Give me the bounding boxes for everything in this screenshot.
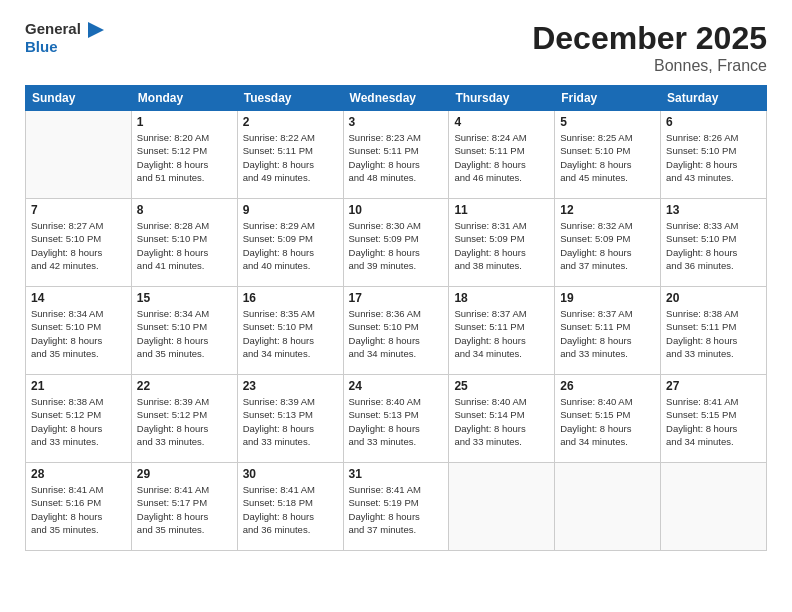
calendar-week-row: 14Sunrise: 8:34 AM Sunset: 5:10 PM Dayli… [26, 287, 767, 375]
day-info: Sunrise: 8:34 AM Sunset: 5:10 PM Dayligh… [137, 307, 232, 360]
calendar-cell: 17Sunrise: 8:36 AM Sunset: 5:10 PM Dayli… [343, 287, 449, 375]
calendar-week-row: 7Sunrise: 8:27 AM Sunset: 5:10 PM Daylig… [26, 199, 767, 287]
day-of-week-header: Friday [555, 86, 661, 111]
calendar-cell: 19Sunrise: 8:37 AM Sunset: 5:11 PM Dayli… [555, 287, 661, 375]
calendar-cell: 5Sunrise: 8:25 AM Sunset: 5:10 PM Daylig… [555, 111, 661, 199]
day-number: 20 [666, 291, 761, 305]
day-number: 23 [243, 379, 338, 393]
calendar-cell [555, 463, 661, 551]
day-info: Sunrise: 8:23 AM Sunset: 5:11 PM Dayligh… [349, 131, 444, 184]
calendar-cell: 28Sunrise: 8:41 AM Sunset: 5:16 PM Dayli… [26, 463, 132, 551]
day-number: 15 [137, 291, 232, 305]
day-number: 26 [560, 379, 655, 393]
calendar-cell: 13Sunrise: 8:33 AM Sunset: 5:10 PM Dayli… [661, 199, 767, 287]
day-info: Sunrise: 8:41 AM Sunset: 5:16 PM Dayligh… [31, 483, 126, 536]
day-of-week-header: Tuesday [237, 86, 343, 111]
day-info: Sunrise: 8:41 AM Sunset: 5:17 PM Dayligh… [137, 483, 232, 536]
calendar-week-row: 28Sunrise: 8:41 AM Sunset: 5:16 PM Dayli… [26, 463, 767, 551]
day-info: Sunrise: 8:20 AM Sunset: 5:12 PM Dayligh… [137, 131, 232, 184]
day-of-week-header: Thursday [449, 86, 555, 111]
calendar-cell: 12Sunrise: 8:32 AM Sunset: 5:09 PM Dayli… [555, 199, 661, 287]
page-title: December 2025 [532, 20, 767, 57]
day-number: 18 [454, 291, 549, 305]
day-info: Sunrise: 8:30 AM Sunset: 5:09 PM Dayligh… [349, 219, 444, 272]
day-number: 5 [560, 115, 655, 129]
day-info: Sunrise: 8:37 AM Sunset: 5:11 PM Dayligh… [454, 307, 549, 360]
day-number: 30 [243, 467, 338, 481]
day-number: 12 [560, 203, 655, 217]
calendar-week-row: 1Sunrise: 8:20 AM Sunset: 5:12 PM Daylig… [26, 111, 767, 199]
calendar-cell: 21Sunrise: 8:38 AM Sunset: 5:12 PM Dayli… [26, 375, 132, 463]
calendar-cell: 8Sunrise: 8:28 AM Sunset: 5:10 PM Daylig… [131, 199, 237, 287]
calendar-cell: 27Sunrise: 8:41 AM Sunset: 5:15 PM Dayli… [661, 375, 767, 463]
title-block: December 2025 Bonnes, France [532, 20, 767, 75]
calendar-cell: 9Sunrise: 8:29 AM Sunset: 5:09 PM Daylig… [237, 199, 343, 287]
day-info: Sunrise: 8:28 AM Sunset: 5:10 PM Dayligh… [137, 219, 232, 272]
day-info: Sunrise: 8:41 AM Sunset: 5:15 PM Dayligh… [666, 395, 761, 448]
day-info: Sunrise: 8:29 AM Sunset: 5:09 PM Dayligh… [243, 219, 338, 272]
page-subtitle: Bonnes, France [532, 57, 767, 75]
day-info: Sunrise: 8:22 AM Sunset: 5:11 PM Dayligh… [243, 131, 338, 184]
day-info: Sunrise: 8:25 AM Sunset: 5:10 PM Dayligh… [560, 131, 655, 184]
day-number: 1 [137, 115, 232, 129]
day-number: 24 [349, 379, 444, 393]
day-of-week-header: Wednesday [343, 86, 449, 111]
day-number: 9 [243, 203, 338, 217]
calendar-cell: 2Sunrise: 8:22 AM Sunset: 5:11 PM Daylig… [237, 111, 343, 199]
day-number: 29 [137, 467, 232, 481]
calendar-week-row: 21Sunrise: 8:38 AM Sunset: 5:12 PM Dayli… [26, 375, 767, 463]
calendar-cell: 11Sunrise: 8:31 AM Sunset: 5:09 PM Dayli… [449, 199, 555, 287]
logo-general: General [25, 20, 81, 38]
calendar-cell: 20Sunrise: 8:38 AM Sunset: 5:11 PM Dayli… [661, 287, 767, 375]
day-number: 2 [243, 115, 338, 129]
day-number: 22 [137, 379, 232, 393]
day-info: Sunrise: 8:32 AM Sunset: 5:09 PM Dayligh… [560, 219, 655, 272]
day-number: 7 [31, 203, 126, 217]
day-info: Sunrise: 8:24 AM Sunset: 5:11 PM Dayligh… [454, 131, 549, 184]
calendar-cell: 30Sunrise: 8:41 AM Sunset: 5:18 PM Dayli… [237, 463, 343, 551]
header-row: SundayMondayTuesdayWednesdayThursdayFrid… [26, 86, 767, 111]
calendar-cell: 15Sunrise: 8:34 AM Sunset: 5:10 PM Dayli… [131, 287, 237, 375]
calendar-cell: 25Sunrise: 8:40 AM Sunset: 5:14 PM Dayli… [449, 375, 555, 463]
day-number: 11 [454, 203, 549, 217]
day-info: Sunrise: 8:36 AM Sunset: 5:10 PM Dayligh… [349, 307, 444, 360]
calendar-cell [26, 111, 132, 199]
day-number: 25 [454, 379, 549, 393]
calendar-cell: 31Sunrise: 8:41 AM Sunset: 5:19 PM Dayli… [343, 463, 449, 551]
day-number: 17 [349, 291, 444, 305]
day-info: Sunrise: 8:37 AM Sunset: 5:11 PM Dayligh… [560, 307, 655, 360]
day-info: Sunrise: 8:26 AM Sunset: 5:10 PM Dayligh… [666, 131, 761, 184]
day-info: Sunrise: 8:33 AM Sunset: 5:10 PM Dayligh… [666, 219, 761, 272]
day-of-week-header: Saturday [661, 86, 767, 111]
day-number: 6 [666, 115, 761, 129]
day-number: 27 [666, 379, 761, 393]
calendar-cell: 24Sunrise: 8:40 AM Sunset: 5:13 PM Dayli… [343, 375, 449, 463]
day-info: Sunrise: 8:39 AM Sunset: 5:13 PM Dayligh… [243, 395, 338, 448]
calendar-cell [661, 463, 767, 551]
page: General Blue General Blue [0, 0, 792, 612]
calendar-cell: 4Sunrise: 8:24 AM Sunset: 5:11 PM Daylig… [449, 111, 555, 199]
day-number: 19 [560, 291, 655, 305]
day-number: 3 [349, 115, 444, 129]
day-info: Sunrise: 8:35 AM Sunset: 5:10 PM Dayligh… [243, 307, 338, 360]
day-info: Sunrise: 8:31 AM Sunset: 5:09 PM Dayligh… [454, 219, 549, 272]
svg-marker-3 [88, 22, 104, 38]
day-info: Sunrise: 8:41 AM Sunset: 5:18 PM Dayligh… [243, 483, 338, 536]
calendar-cell: 16Sunrise: 8:35 AM Sunset: 5:10 PM Dayli… [237, 287, 343, 375]
day-info: Sunrise: 8:40 AM Sunset: 5:14 PM Dayligh… [454, 395, 549, 448]
day-number: 10 [349, 203, 444, 217]
day-info: Sunrise: 8:38 AM Sunset: 5:11 PM Dayligh… [666, 307, 761, 360]
calendar-cell: 29Sunrise: 8:41 AM Sunset: 5:17 PM Dayli… [131, 463, 237, 551]
day-number: 14 [31, 291, 126, 305]
logo-text: General Blue General Blue [25, 20, 106, 56]
day-info: Sunrise: 8:41 AM Sunset: 5:19 PM Dayligh… [349, 483, 444, 536]
calendar-cell: 26Sunrise: 8:40 AM Sunset: 5:15 PM Dayli… [555, 375, 661, 463]
day-info: Sunrise: 8:38 AM Sunset: 5:12 PM Dayligh… [31, 395, 126, 448]
day-info: Sunrise: 8:27 AM Sunset: 5:10 PM Dayligh… [31, 219, 126, 272]
day-number: 16 [243, 291, 338, 305]
day-number: 13 [666, 203, 761, 217]
header: General Blue General Blue [25, 20, 767, 75]
calendar-cell [449, 463, 555, 551]
logo: General Blue General Blue [25, 20, 106, 56]
calendar-cell: 18Sunrise: 8:37 AM Sunset: 5:11 PM Dayli… [449, 287, 555, 375]
